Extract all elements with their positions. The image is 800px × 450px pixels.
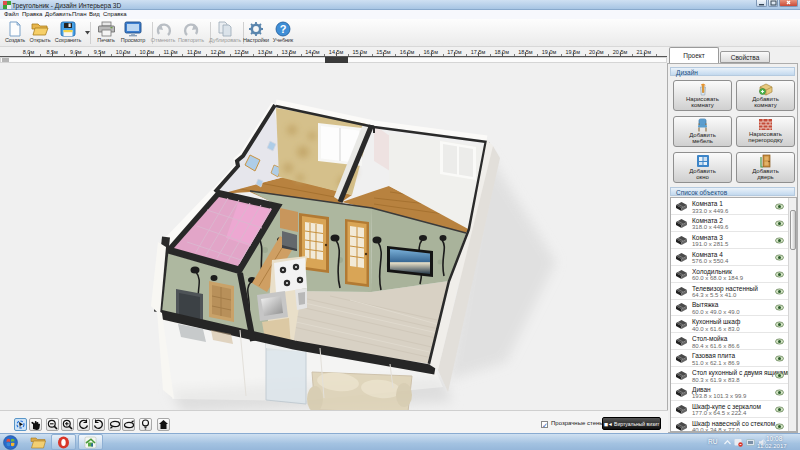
svg-text:?: ? bbox=[280, 23, 287, 35]
